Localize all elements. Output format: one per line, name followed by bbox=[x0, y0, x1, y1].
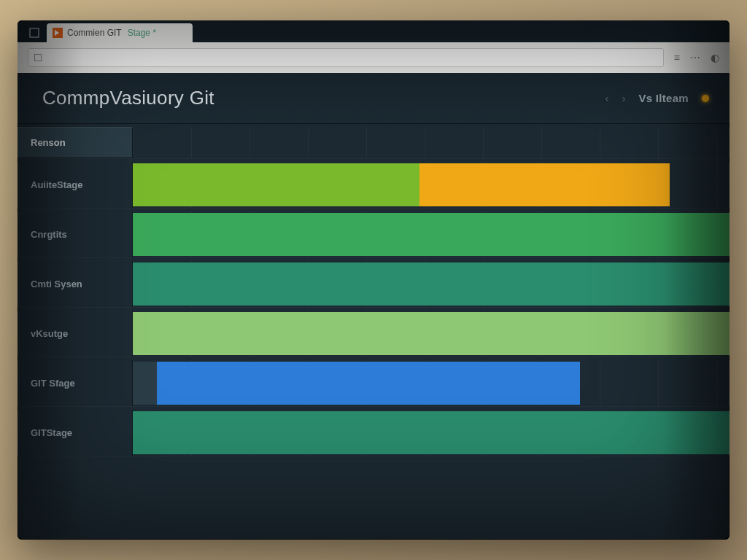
header-right: ‹ › Vs Ilteam bbox=[605, 92, 709, 104]
bar-segment[interactable] bbox=[133, 312, 729, 355]
bar-segment[interactable] bbox=[133, 213, 729, 256]
chart-area: RensonAuiiteStageCnrgtitsCmti SysenvKsut… bbox=[18, 124, 729, 540]
row-track bbox=[133, 360, 729, 406]
bar-segment[interactable] bbox=[133, 262, 729, 306]
row-label: vKsutge bbox=[18, 311, 133, 357]
profile-icon[interactable]: ◐ bbox=[711, 52, 719, 63]
bar-segment[interactable] bbox=[133, 163, 419, 206]
chart-header-track bbox=[133, 127, 729, 158]
chart-header-label: Renson bbox=[18, 127, 133, 158]
row-label-text: AuiiteStage bbox=[31, 179, 83, 190]
row-track bbox=[133, 162, 729, 208]
app-header: CommpVasiuory Git ‹ › Vs Ilteam bbox=[18, 73, 729, 124]
chart-header-row: Renson bbox=[18, 127, 729, 159]
svg-rect-0 bbox=[30, 28, 39, 37]
chart-header-text: Renson bbox=[31, 137, 66, 148]
bar-segment[interactable] bbox=[133, 411, 729, 454]
bar-segment[interactable] bbox=[562, 362, 581, 405]
row-label-text: GIT Sfage bbox=[31, 378, 75, 389]
address-row: ≡ ⋯ ◐ bbox=[18, 42, 729, 73]
row-label: GIT Sfage bbox=[18, 360, 133, 406]
browser-tab[interactable]: Commien GIT Stage * bbox=[47, 23, 193, 42]
row-label-text: vKsutge bbox=[31, 328, 68, 339]
row-track bbox=[133, 410, 729, 456]
bar-segment[interactable] bbox=[419, 163, 670, 206]
row-label: Cnrgtits bbox=[18, 211, 133, 257]
tab-favicon-play-icon bbox=[53, 28, 63, 38]
more-icon[interactable]: ⋯ bbox=[690, 52, 700, 63]
browser-chrome: Commien GIT Stage * ≡ ⋯ ◐ bbox=[18, 20, 729, 73]
header-right-label: Vs Ilteam bbox=[638, 92, 689, 104]
chart-row: Cmti Sysen bbox=[18, 261, 729, 308]
row-label-text: Cmti Sysen bbox=[31, 279, 82, 289]
chart-row: vKsutge bbox=[18, 311, 729, 357]
row-track bbox=[133, 311, 729, 357]
menu-icon[interactable]: ≡ bbox=[674, 52, 680, 63]
tab-strip: Commien GIT Stage * bbox=[18, 20, 729, 42]
bar-segment[interactable] bbox=[133, 362, 157, 405]
tab-suffix: Stage * bbox=[128, 28, 156, 38]
row-label-text: GITStage bbox=[31, 427, 72, 438]
row-label: AuiiteStage bbox=[18, 162, 133, 208]
window-menu-icon[interactable] bbox=[29, 28, 39, 38]
tab-title: Commien GIT bbox=[67, 28, 122, 38]
status-dot-icon bbox=[702, 95, 709, 102]
address-bar[interactable] bbox=[28, 48, 664, 67]
chart-row: GIT Sfage bbox=[18, 360, 729, 407]
chart-row: Cnrgtits bbox=[18, 211, 729, 258]
chart-row: GITStage bbox=[18, 410, 729, 456]
row-label-text: Cnrgtits bbox=[31, 229, 67, 240]
chevron-left-icon[interactable]: ‹ bbox=[605, 92, 608, 104]
bar-segment[interactable] bbox=[157, 362, 562, 405]
toolbar-icons: ≡ ⋯ ◐ bbox=[674, 52, 719, 63]
page-title: CommpVasiuory Git bbox=[42, 87, 214, 109]
chevron-right-icon[interactable]: › bbox=[622, 92, 625, 104]
row-label: GITStage bbox=[18, 410, 133, 456]
app-window: Commien GIT Stage * ≡ ⋯ ◐ CommpVasiuory … bbox=[18, 20, 729, 540]
row-track bbox=[133, 211, 729, 257]
chart-row: AuiiteStage bbox=[18, 162, 729, 209]
row-track bbox=[133, 261, 729, 307]
site-identity-icon bbox=[34, 54, 42, 61]
row-label: Cmti Sysen bbox=[18, 261, 133, 307]
